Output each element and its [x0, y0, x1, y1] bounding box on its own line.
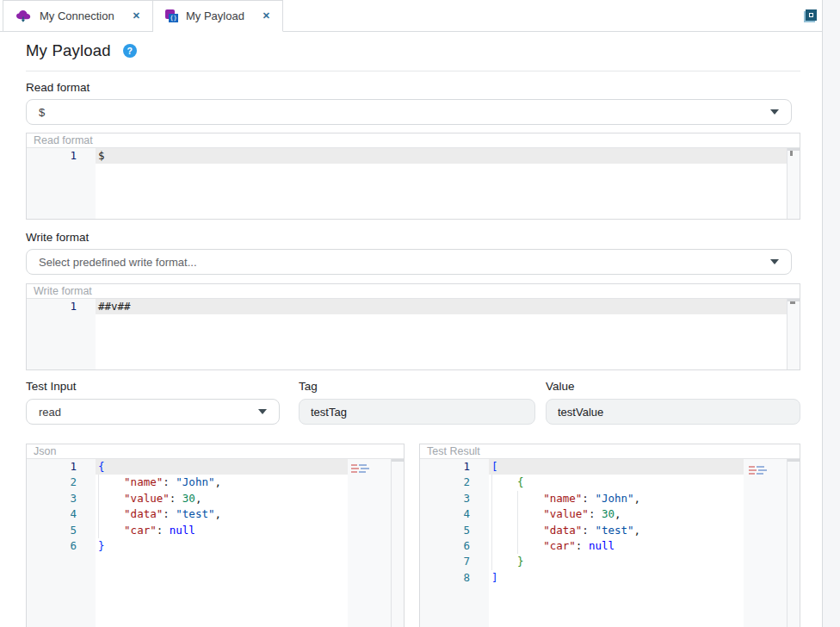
indent-guide	[491, 523, 517, 538]
chevron-down-icon	[258, 409, 267, 414]
tab-my-payload[interactable]: {} My Payload ✕	[153, 0, 283, 32]
close-icon[interactable]: ✕	[262, 10, 270, 22]
indent-guide	[491, 506, 517, 522]
code-token: }	[98, 539, 105, 552]
code-line: ]	[491, 570, 744, 586]
code-token: 30	[182, 492, 195, 505]
scrollbar[interactable]	[787, 299, 800, 369]
indent-guide	[491, 475, 517, 490]
code-line: }	[491, 554, 744, 569]
code-line: [	[489, 459, 744, 475]
write-format-select[interactable]: Select predefined write format...	[26, 249, 792, 275]
code-line: "value": 30,	[98, 491, 348, 506]
page-title: My Payload	[26, 41, 111, 60]
line-number: 4	[420, 506, 470, 522]
code-token: $	[98, 149, 105, 162]
code-token: null	[589, 539, 615, 552]
code-token: :	[576, 539, 589, 552]
tab-my-connection[interactable]: My Connection ✕	[3, 0, 153, 32]
page-scrollbar-track[interactable]	[822, 0, 840, 627]
line-number-gutter: 123456	[27, 459, 96, 627]
indent-guide	[517, 538, 543, 554]
code-token: :	[589, 507, 602, 520]
code-token: "car"	[543, 539, 576, 552]
code-line: "car": null	[98, 523, 348, 538]
code-line: "car": null	[491, 538, 744, 554]
code-area[interactable]: ##v##	[96, 299, 787, 369]
code-area[interactable]: $	[96, 148, 787, 219]
editor-title: Json	[27, 444, 404, 459]
line-number: 3	[420, 491, 470, 506]
connection-cloud-icon	[15, 9, 32, 23]
indent-guide	[98, 491, 124, 506]
code-token: }	[517, 555, 524, 568]
code-area[interactable]: {"name": "John","value": 30,"data": "tes…	[96, 459, 348, 627]
code-token: :	[157, 524, 170, 537]
minimap[interactable]	[744, 459, 787, 627]
indent-guide	[491, 538, 517, 554]
code-token: [	[491, 460, 498, 473]
editor-title: Test Result	[420, 444, 800, 459]
line-number: 5	[27, 523, 77, 538]
code-token: {	[98, 460, 105, 473]
app-window: My Connection ✕ {} My Payload ✕ My Paylo…	[0, 0, 840, 627]
read-format-select-value: $	[39, 106, 45, 119]
code-token: "test"	[176, 507, 214, 520]
json-editor[interactable]: Json 123456 {"name": "John","value": 30,…	[26, 444, 405, 627]
value-field[interactable]	[546, 399, 800, 425]
code-line: "data": "test",	[98, 506, 348, 522]
code-line: $	[96, 148, 787, 164]
code-token: ,	[195, 492, 202, 505]
line-number: 3	[27, 491, 77, 506]
read-format-editor[interactable]: Read format 1 $	[26, 133, 800, 220]
line-number: 6	[27, 538, 77, 554]
indent-guide	[517, 491, 543, 506]
line-number: 2	[420, 475, 470, 490]
test-input-select-value: read	[39, 406, 61, 419]
code-area[interactable]: [{"name": "John","value": 30,"data": "te…	[489, 459, 744, 627]
scrollbar[interactable]	[391, 459, 404, 627]
code-token: :	[582, 524, 595, 537]
code-token: ##v##	[98, 300, 131, 313]
test-input-select[interactable]: read	[26, 399, 280, 425]
line-number: 1	[420, 459, 470, 475]
code-line: "data": "test",	[491, 523, 744, 538]
line-number: 1	[27, 299, 77, 314]
code-token: "name"	[124, 475, 163, 488]
code-token: "data"	[124, 507, 163, 520]
window-app-icon[interactable]	[804, 9, 817, 22]
tag-label: Tag	[299, 380, 318, 393]
chevron-down-icon	[770, 259, 779, 264]
help-icon[interactable]: ?	[123, 44, 137, 58]
indent-guide	[98, 523, 124, 538]
editor-title: Read format	[27, 133, 800, 148]
scrollbar[interactable]	[787, 148, 800, 219]
code-token: ]	[491, 571, 498, 584]
page-header: My Payload ?	[26, 41, 137, 60]
code-line: "name": "John",	[98, 475, 348, 490]
code-token: "data"	[543, 524, 582, 537]
code-token: "car"	[124, 524, 157, 537]
tag-field[interactable]	[299, 399, 535, 425]
close-icon[interactable]: ✕	[133, 10, 140, 22]
line-number: 7	[420, 554, 470, 569]
read-format-select[interactable]: $	[26, 99, 792, 125]
code-token: ,	[634, 524, 641, 537]
minimap[interactable]	[348, 459, 391, 627]
indent-guide	[98, 475, 124, 490]
indent-guide	[98, 506, 124, 522]
code-token: :	[582, 492, 595, 505]
code-line: }	[98, 538, 348, 554]
tab-label: My Connection	[40, 9, 114, 22]
code-token: {	[517, 475, 524, 488]
code-token: ,	[214, 507, 221, 520]
line-number: 1	[27, 148, 77, 164]
code-token: "John"	[176, 475, 214, 488]
code-token: "name"	[543, 492, 582, 505]
scrollbar[interactable]	[787, 459, 800, 627]
value-label: Value	[546, 380, 575, 393]
test-result-editor[interactable]: Test Result 12345678 [{"name": "John","v…	[419, 444, 800, 627]
editor-title: Write format	[27, 284, 800, 299]
write-format-editor[interactable]: Write format 1 ##v##	[26, 283, 800, 370]
code-token: "value"	[124, 492, 170, 505]
